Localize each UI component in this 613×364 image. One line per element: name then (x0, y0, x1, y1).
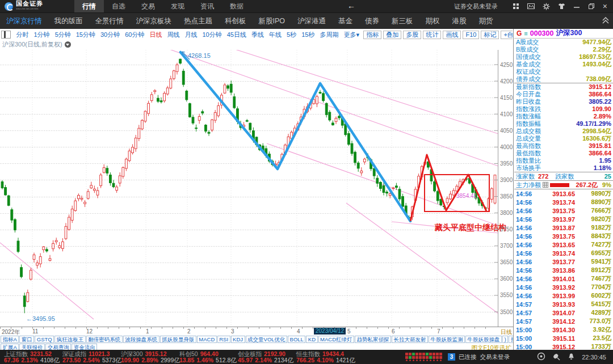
period-60分钟[interactable]: 60分钟 (123, 31, 147, 39)
connection-badge[interactable]: 3 (448, 353, 455, 361)
collapse-up-icon[interactable] (602, 16, 610, 27)
ind-tab-疯狂连板王[interactable]: 疯狂连板王 (54, 336, 86, 343)
tool-画线[interactable]: 画线 (443, 31, 461, 39)
subnav-item-科创板[interactable]: 科创板 (219, 16, 253, 26)
subnav-item-全景行情[interactable]: 全景行情 (89, 16, 130, 26)
subnav-item-债券[interactable]: 债券 (359, 16, 385, 26)
menu-item-交易[interactable]: 交易 (133, 0, 163, 12)
login-status[interactable]: 交易未登录 (480, 353, 510, 361)
quote-row-最新指数: 最新指数3915.12 (514, 83, 613, 91)
ind-tab-趋势私家侦探[interactable]: 趋势私家侦探 (355, 336, 391, 343)
ind-tab-翻倍密码系统[interactable]: 翻倍密码系统 (86, 336, 123, 343)
index-cell-恒生指数[interactable]: 恒生指数19434.4766.254.10%1421亿 (292, 351, 351, 363)
index-cell-创业板指[interactable]: 创业板指2192.9045.972.14%2134亿 (234, 351, 292, 363)
index-cell-上证指数[interactable]: 上证指数3231.5267.362.13%4108亿 (0, 351, 58, 363)
ind-tab-MACD红绿灯[interactable]: MACD红绿灯 (318, 336, 354, 343)
subnav-item-新股IPO[interactable]: 新股IPO (253, 16, 292, 26)
ind-tab-牛股妖股监测[interactable]: 牛股妖股监测 (429, 336, 465, 343)
period-5分钟[interactable]: 5分钟 (52, 31, 73, 39)
period-10分钟[interactable]: 10分钟 (200, 31, 224, 39)
subnav-item-期权[interactable]: 期权 (419, 16, 446, 26)
index-cell-科创50[interactable]: 科创50964.4013.851.46%512.8亿 (175, 351, 234, 363)
period-分时[interactable]: 分时 (14, 31, 31, 39)
ind-tab-波段操盘系统[interactable]: 波段操盘系统 (123, 336, 159, 343)
tool-指标[interactable]: 指标 (363, 31, 381, 39)
menu-item-行情[interactable]: 行情 (74, 0, 104, 12)
index-cell-沪深300[interactable]: 沪深3003915.12109.902.89%2999亿 (117, 351, 175, 363)
layout-split-icon[interactable] (1, 31, 11, 39)
ind-tab-窗口[interactable]: 窗口 (19, 336, 34, 343)
grid-icon[interactable] (513, 3, 519, 10)
ind-tab-MACD[interactable]: MACD (197, 336, 217, 343)
ind-tab-BOLL[interactable]: BOLL (288, 336, 305, 343)
period-更多▾[interactable]: 更多▾ (341, 31, 362, 39)
svg-text:4250: 4250 (500, 62, 513, 68)
subnav-item-沪深京板块[interactable]: 沪深京板块 (130, 16, 178, 26)
period-季线[interactable]: 季线 (249, 31, 267, 39)
trade-login-status[interactable]: 证券交易未登录 (454, 0, 498, 12)
index-cell-深证成指[interactable]: 深证成指11021.3273.502.54%5373亿 (58, 351, 117, 363)
ind-tab-长拉大箭发射[interactable]: 长拉大箭发射 (392, 336, 428, 343)
tool-+自选[interactable]: +自选 (501, 31, 513, 39)
period-15秒[interactable]: 15秒 (299, 31, 317, 39)
period-年线[interactable]: 年线 (267, 31, 284, 39)
ind-tab-指标B[interactable]: 指标B (509, 336, 513, 343)
tick-list[interactable]: 14:563913.659890万14:563913.748890万14:563… (514, 189, 613, 351)
main-net-row[interactable]: 主力净额 267.2亿 9% (514, 181, 613, 189)
quote-row-总成交额: 总成交额2998.54亿 (514, 128, 613, 135)
period-多周期[interactable]: 多周期 (317, 31, 341, 39)
ind-tab-牛股妖股操盘[interactable]: 牛股妖股操盘 (465, 336, 502, 343)
service-icon[interactable] (537, 352, 545, 362)
main-net-pct: 9% (602, 181, 611, 188)
satellite-icon[interactable] (552, 353, 561, 362)
period-45日线[interactable]: 45日线 (224, 31, 249, 39)
period-1分钟[interactable]: 1分钟 (31, 31, 52, 39)
period-30分钟[interactable]: 30分钟 (98, 31, 123, 39)
menu-item-数据[interactable]: 数据 (222, 0, 251, 12)
back-arrow-icon[interactable]: ← (347, 1, 355, 10)
image-icon[interactable] (527, 3, 535, 10)
minimize-icon[interactable] (573, 3, 580, 10)
ind-tab-抓妖股显身版[interactable]: 抓妖股显身版 (160, 336, 196, 343)
restore-icon[interactable] (588, 3, 595, 10)
tick-row: 14:563913.775941万 (514, 257, 613, 266)
subnav-item-热点主题[interactable]: 热点主题 (178, 16, 219, 26)
period-15分钟[interactable]: 15分钟 (73, 31, 98, 39)
ind-tab-成交量VOL优化[interactable]: 成交量VOL优化 (246, 336, 288, 343)
menu-item-发现[interactable]: 发现 (163, 0, 192, 12)
period-月线[interactable]: 月线 (182, 31, 200, 39)
tool-统计[interactable]: 统计 (423, 31, 441, 39)
chevron-down-icon[interactable] (65, 41, 71, 48)
ind-tab-KD[interactable]: KD (306, 336, 317, 343)
menu-item-自选[interactable]: 自选 (104, 0, 133, 12)
subnav-item-期货[interactable]: 期货 (473, 16, 499, 26)
ind-tab-GSTQ[interactable]: GSTQ (35, 336, 54, 343)
quote-row-昨日收盘: 昨日收盘3805.22 (514, 98, 613, 105)
subnav-item-我的版面[interactable]: 我的版面 (48, 16, 89, 26)
subnav-item-新三板[interactable]: 新三板 (385, 16, 419, 26)
tick-row: 14:563913.879182万 (514, 223, 613, 232)
close-icon[interactable]: × (603, 0, 607, 12)
subnav-item-沪深港通[interactable]: 沪深港通 (291, 16, 332, 26)
tool-F10[interactable]: F10 (463, 31, 479, 39)
market-heatmap[interactable] (405, 353, 442, 361)
menu-item-资讯[interactable]: 资讯 (192, 0, 222, 12)
candlestick-chart[interactable]: 4268.15←3495.95藏头平底型中继结构3854.41425042004… (0, 50, 514, 327)
period-日线[interactable]: 日线 (147, 31, 165, 39)
ind-tab-RSI[interactable]: RSI (217, 336, 230, 343)
gear-icon[interactable] (543, 3, 550, 10)
tool-标记[interactable]: 标记 (481, 31, 499, 39)
period-周线[interactable]: 周线 (165, 31, 182, 39)
subnav-item-基金[interactable]: 基金 (332, 16, 359, 26)
tool-多股[interactable]: 多股 (403, 31, 421, 39)
ind-tab-)[interactable]: ) (502, 336, 508, 343)
period-5秒[interactable]: 5秒 (284, 31, 299, 39)
bell-icon[interactable] (568, 353, 575, 362)
subnav-item-沪深京行情[interactable]: 沪深京行情 (0, 16, 48, 26)
skin-icon[interactable] (558, 3, 565, 10)
subnav-item-港股[interactable]: 港股 (446, 16, 473, 26)
ind-tab-指标A[interactable]: 指标A (1, 336, 19, 343)
ind-tab-KDJ[interactable]: KDJ (231, 336, 245, 343)
tool-叠加[interactable]: 叠加 (383, 31, 401, 39)
hamburger-icon[interactable]: ≡ (524, 30, 527, 37)
